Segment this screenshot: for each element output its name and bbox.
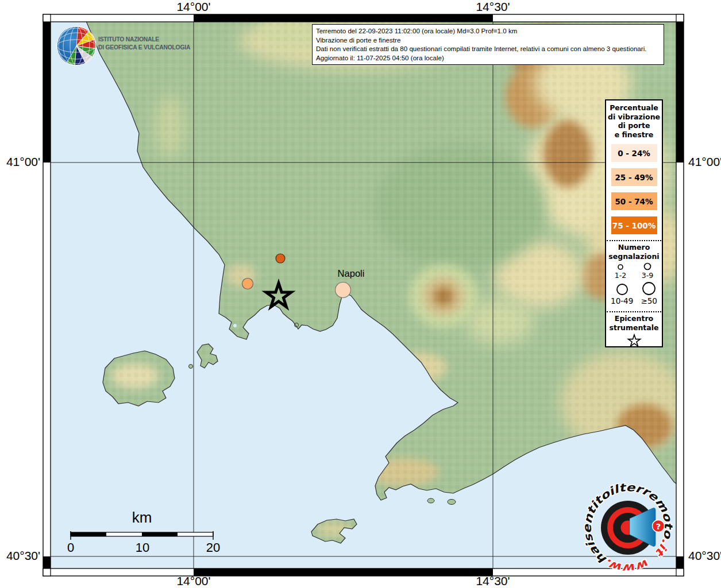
legend-epicenter-star-icon <box>627 334 642 346</box>
axis-label-right-41-00: 41°00' <box>685 156 721 168</box>
report-marker-napoli <box>336 283 351 298</box>
ingv-wordmark-line1: ISTITUTO NAZIONALE <box>98 36 190 44</box>
legend-swatch-0-24-label: 0 - 24% <box>618 149 650 158</box>
ingv-globe-icon <box>57 26 96 65</box>
legend-percent-title-line2: di vibrazione <box>608 113 660 122</box>
legend-count-title: Numero segnalazioni <box>608 243 659 261</box>
count-circle-10-49-icon <box>616 283 629 296</box>
legend-swatch-75-100-label: 75 - 100% <box>612 221 656 230</box>
axis-label-top-14-00: 14°00' <box>159 1 228 13</box>
ingv-wordmark-line2: DI GEOFISICA E VULCANOLOGIA <box>98 44 190 52</box>
scale-unit-label: km <box>113 509 171 527</box>
report-marker-75-100 <box>276 254 285 263</box>
legend-swatch-25-49-label: 25 - 49% <box>615 173 653 182</box>
count-circle-3-9-icon <box>643 262 651 270</box>
legend-swatch-50-74: 50 - 74% <box>611 192 657 210</box>
axis-label-bottom-14-00: 14°00' <box>159 575 228 587</box>
earthquake-info-box: Terremoto del 22-09-2023 11:02:00 (ora l… <box>312 24 664 65</box>
legend-count-10-49: 10-49 <box>611 283 633 305</box>
legend-count-10-49-label: 10-49 <box>611 296 633 305</box>
legend-count-row-2: 10-49 ≥50 <box>607 281 661 305</box>
legend-swatch-50-74-label: 50 - 74% <box>615 197 653 206</box>
legend-percent-title-line3: di porte <box>608 121 660 130</box>
count-circle-1-2-icon <box>617 264 624 270</box>
scale-tick-10: 10 <box>125 540 160 555</box>
legend-count-title-line2: segnalazioni <box>608 252 659 261</box>
legend-epicenter-title: Epicentro strumentale <box>609 314 658 332</box>
axis-label-top-14-30: 14°30' <box>458 1 527 13</box>
map-legend: Percentuale di vibrazione di porte e fin… <box>605 99 663 347</box>
legend-percent-title-line4: e finestre <box>608 130 660 140</box>
info-line-event: Terremoto del 22-09-2023 11:02:00 (ora l… <box>316 26 660 36</box>
legend-count-1-2: 1-2 <box>615 264 626 280</box>
legend-count-50-plus-label: ≥50 <box>641 296 657 305</box>
legend-count-3-9-label: 3-9 <box>642 271 653 280</box>
info-line-updated: Aggiornato il: 11-07-2025 04:50 (ora loc… <box>316 53 660 63</box>
legend-percent-title-line1: Percentuale <box>608 103 660 113</box>
legend-count-title-line1: Numero <box>608 243 659 252</box>
legend-divider-1 <box>607 240 661 241</box>
legend-count-row-1: 1-2 3-9 <box>607 262 661 280</box>
legend-percent-title: Percentuale di vibrazione di porte e fin… <box>608 103 660 139</box>
legend-swatch-75-100: 75 - 100% <box>611 216 657 234</box>
count-circle-50-plus-icon <box>642 281 656 296</box>
city-label-napoli: Napoli <box>322 268 380 279</box>
legend-swatch-0-24: 0 - 24% <box>611 144 657 162</box>
legend-epicenter-title-line2: strumentale <box>609 323 658 332</box>
scale-tick-0: 0 <box>53 540 88 555</box>
question-badge-text: ? <box>656 522 661 531</box>
report-marker-50-74 <box>242 278 253 289</box>
ingv-wordmark: ISTITUTO NAZIONALE DI GEOFISICA E VULCAN… <box>98 36 190 51</box>
info-line-source: Dati non verificati estratti da 80 quest… <box>316 44 660 53</box>
legend-count-50-plus: ≥50 <box>641 281 657 305</box>
legend-count-1-2-label: 1-2 <box>615 271 626 280</box>
miseno-lagoon <box>233 324 237 327</box>
legend-epicenter-title-line1: Epicentro <box>609 314 658 323</box>
axis-label-right-40-30: 40°30' <box>685 550 721 562</box>
axis-label-bottom-14-30: 14°30' <box>458 575 527 587</box>
scale-tick-20: 20 <box>196 540 230 555</box>
axis-label-left-40-30: 40°30' <box>0 550 44 562</box>
hai-sentito-terremoto-map-page: ? www.haisentitoilterremoto.it 14°00' 14… <box>0 0 721 588</box>
legend-count-3-9: 3-9 <box>642 262 653 280</box>
legend-divider-2 <box>607 311 661 312</box>
axis-label-left-41-00: 41°00' <box>0 156 44 168</box>
legend-swatch-25-49: 25 - 49% <box>611 168 657 186</box>
info-line-effect: Vibrazione di porte e finestre <box>316 36 660 45</box>
